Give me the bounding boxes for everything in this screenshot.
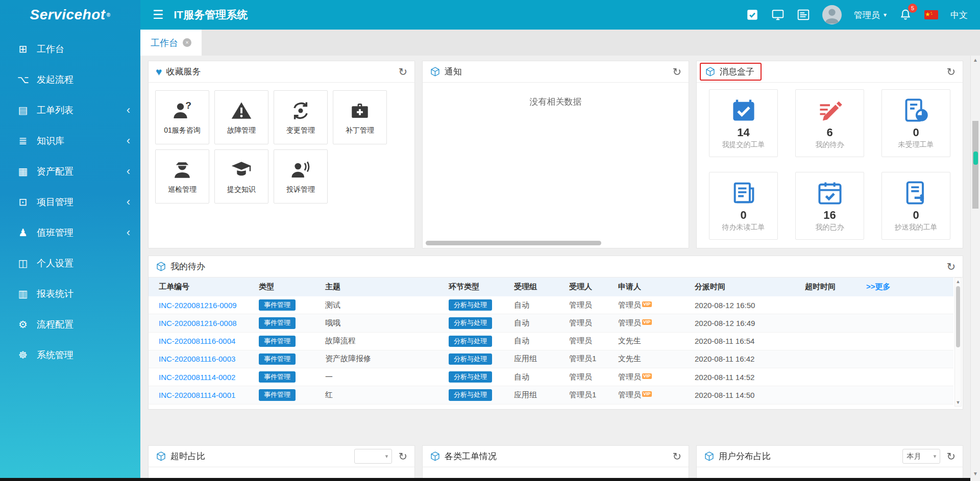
column-header: 分派时间	[691, 277, 801, 296]
notifications-button[interactable]: 5	[899, 8, 912, 21]
empty-state-text: 没有相关数据	[423, 83, 689, 108]
sidebar-item-system-management[interactable]: ☸ 系统管理 ‹	[0, 340, 140, 370]
sidebar-item-project-management[interactable]: ⊡ 项目管理 ‹	[0, 187, 140, 217]
order-id-link[interactable]: INC-2020081216-0009	[159, 301, 237, 310]
refresh-icon[interactable]: ↻	[672, 66, 681, 77]
table-row[interactable]: INC-2020081216-0008 事件管理 哦哦 分析与处理 自动 管理员…	[149, 314, 953, 332]
menu-toggle-icon[interactable]: ☰	[153, 8, 164, 22]
sidebar-item-label: 个人设置	[37, 257, 130, 269]
favorite-label: 故障管理	[227, 126, 256, 135]
photo-icon: ◫	[15, 257, 31, 269]
favorite-complaint-management[interactable]: 投诉管理	[274, 149, 328, 204]
sidebar-item-label: 发起流程	[37, 73, 130, 86]
refresh-icon[interactable]: ↻	[398, 451, 407, 462]
refresh-icon[interactable]: ↻	[398, 66, 407, 77]
tab-workbench[interactable]: 工作台 ×	[140, 30, 202, 56]
column-header: 工单编号	[149, 277, 255, 296]
horizontal-scrollbar[interactable]	[426, 241, 601, 245]
refresh-icon[interactable]: ↻	[946, 261, 955, 272]
handler-cell: 管理员	[565, 368, 614, 386]
table-row[interactable]: INC-2020081116-0004 事件管理 故障流程 分析与处理 自动 管…	[149, 332, 953, 350]
graduate-cap-icon	[231, 159, 252, 181]
sidebar-item-report-statistics[interactable]: ▥ 报表统计 ‹	[0, 279, 140, 309]
table-row[interactable]: INC-2020081216-0009 事件管理 测试 分析与处理 自动 管理员…	[149, 296, 953, 314]
sidebar-item-asset-config[interactable]: ▦ 资产配置 ‹	[0, 156, 140, 187]
tasks-check-icon[interactable]	[746, 8, 759, 21]
sidebar-item-process-config[interactable]: ⚙ 流程配置 ‹	[0, 309, 140, 340]
sidebar-item-personal-settings[interactable]: ◫ 个人设置 ‹	[0, 248, 140, 279]
table-row[interactable]: INC-2020081116-0003 事件管理 资产故障报修 分析与处理 应用…	[149, 350, 953, 368]
sidebar-item-work-orders[interactable]: ▤ 工单列表 ‹	[0, 95, 140, 125]
more-header-cell: >>更多	[862, 277, 953, 296]
order-id-link[interactable]: INC-2020081116-0003	[159, 355, 235, 363]
refresh-icon[interactable]: ↻	[946, 451, 955, 462]
scroll-down-arrow-icon[interactable]: ▼	[971, 471, 980, 476]
tile-unread-todo-orders[interactable]: 0 待办未读工单	[709, 172, 778, 240]
check-square-icon	[730, 97, 757, 125]
language-switch[interactable]: 中文	[950, 9, 968, 21]
sidebar-item-initiate-process[interactable]: ⌥ 发起流程 ‹	[0, 64, 140, 95]
favorite-change-management[interactable]: 变更管理	[274, 90, 328, 144]
column-header: 主题	[321, 277, 445, 296]
type-badge: 事件管理	[259, 336, 296, 347]
person-icon: ♟	[15, 226, 31, 239]
group-cell: 自动	[510, 368, 565, 386]
scrollbar-thumb[interactable]	[956, 286, 960, 347]
favorite-fault-management[interactable]: 故障管理	[214, 90, 268, 144]
sidebar-item-knowledge-base[interactable]: ≣ 知识库 ‹	[0, 125, 140, 156]
favorite-patch-management[interactable]: 补丁管理	[333, 90, 387, 144]
order-id-link[interactable]: INC-2020081114-0002	[159, 373, 235, 382]
scroll-down-arrow-icon[interactable]: ▼	[955, 399, 961, 406]
scroll-up-arrow-icon[interactable]: ▲	[971, 57, 980, 63]
user-menu[interactable]: 管理员 ▾	[854, 9, 887, 21]
favorite-submit-knowledge[interactable]: 提交知识	[214, 149, 268, 204]
red-highlight-box: 消息盒子	[700, 63, 762, 81]
favorite-inspection-management[interactable]: 巡检管理	[155, 149, 209, 204]
work-queue-icon[interactable]	[797, 8, 810, 21]
type-badge: 事件管理	[259, 353, 296, 365]
page-vertical-scrollbar[interactable]: ▲ ▼	[970, 56, 980, 481]
sidebar-item-label: 资产配置	[37, 165, 127, 178]
step-badge: 分析与处理	[449, 336, 492, 347]
sidebar: Servicehot® ⊞ 工作台 ‹ ⌥ 发起流程 ‹ ▤ 工单列表 ‹ ≣	[0, 0, 140, 481]
tile-my-done[interactable]: 16 我的已办	[795, 172, 864, 240]
refresh-icon[interactable]: ↻	[946, 66, 955, 77]
refresh-icon[interactable]: ↻	[672, 451, 681, 462]
sidebar-item-duty-management[interactable]: ♟ 值班管理 ‹	[0, 217, 140, 248]
card-header: 我的待办 ↻	[149, 256, 963, 277]
order-id-link[interactable]: INC-2020081116-0004	[159, 337, 235, 345]
tile-cc-to-me-orders[interactable]: 0 抄送我的工单	[881, 172, 950, 240]
order-id-link[interactable]: INC-2020081114-0001	[159, 391, 235, 399]
tile-my-todo[interactable]: 6 我的待办	[795, 89, 864, 157]
group-cell: 自动	[510, 314, 565, 332]
tab-close-icon[interactable]: ×	[183, 38, 191, 47]
sidebar-item-workbench[interactable]: ⊞ 工作台 ‹	[0, 34, 140, 64]
table-row[interactable]: INC-2020081114-0001 事件管理 红 分析与处理 应用组 管理员…	[149, 386, 953, 404]
table-vertical-scrollbar[interactable]: ▲ ▼	[954, 277, 962, 407]
user-avatar[interactable]	[822, 5, 842, 24]
scrollbar-thumb[interactable]	[972, 121, 978, 209]
card-header: 消息盒子 ↻	[697, 61, 963, 83]
monitor-icon[interactable]	[771, 8, 785, 21]
sidebar-item-label: 工作台	[37, 43, 130, 55]
tile-count: 16	[823, 209, 836, 221]
card-title: 收藏服务	[166, 66, 201, 78]
china-flag-icon[interactable]	[924, 10, 938, 19]
bar-chart-icon: ▦	[15, 165, 31, 178]
scroll-up-arrow-icon[interactable]: ▲	[955, 279, 961, 285]
period-select[interactable]: ▾	[354, 449, 392, 464]
tile-my-submitted-orders[interactable]: 14 我提交的工单	[709, 89, 778, 157]
card-title: 我的待办	[170, 261, 205, 272]
table-row[interactable]: INC-2020081114-0002 事件管理 一 分析与处理 自动 管理员 …	[149, 368, 953, 386]
order-id-link[interactable]: INC-2020081216-0008	[159, 319, 237, 327]
tile-label: 我提交的工单	[722, 140, 765, 149]
applicant-name: 管理员	[618, 318, 641, 327]
warning-triangle-icon	[231, 100, 252, 121]
card-header: 用户分布占比 本月 ▾ ↻	[697, 446, 963, 467]
favorite-service-consult[interactable]: ? 01服务咨询	[155, 90, 209, 144]
tile-unaccepted-orders[interactable]: 0 未受理工单	[881, 89, 950, 157]
period-select[interactable]: 本月 ▾	[902, 449, 940, 464]
more-link[interactable]: >>更多	[866, 282, 891, 291]
message-box-card: 消息盒子 ↻ 14 我提交的工单 6 我的待办	[696, 61, 963, 248]
topbar-actions: 管理员 ▾ 5 中文	[746, 5, 968, 24]
